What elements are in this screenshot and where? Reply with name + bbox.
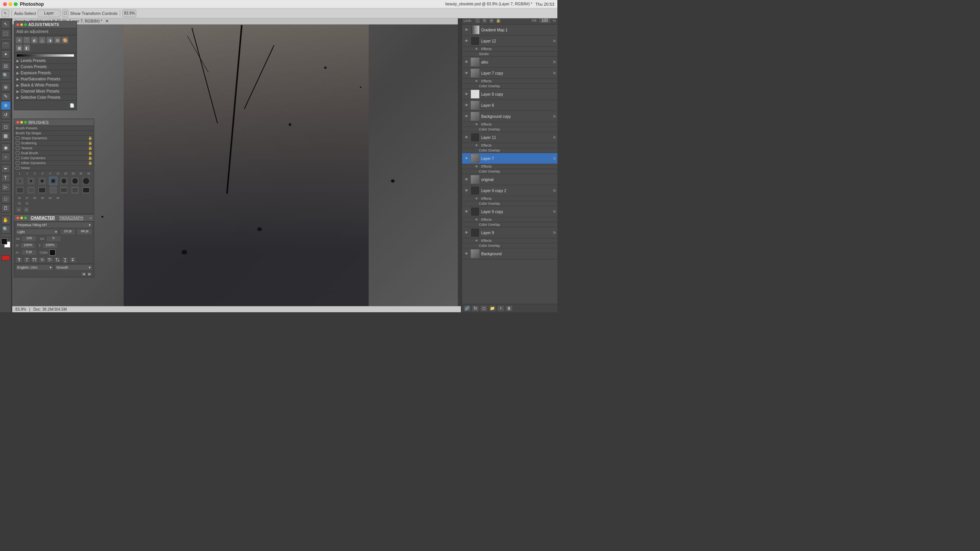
kerning-input[interactable]: 100 bbox=[21, 236, 37, 242]
layer-effect-7-0[interactable]: Color Overlay bbox=[462, 148, 557, 153]
default-colors[interactable] bbox=[2, 255, 10, 261]
scale-v-input[interactable]: 100% bbox=[42, 243, 58, 249]
brush-size-25[interactable]: 25 bbox=[70, 171, 77, 175]
brush-size-5[interactable]: 5 bbox=[39, 171, 46, 175]
brushes-title-bar[interactable]: BRUSHES bbox=[14, 119, 94, 126]
adj-colorize-icon[interactable]: 🎨 bbox=[62, 37, 69, 44]
shape-tool[interactable]: □ bbox=[1, 195, 10, 203]
lock-position-icon[interactable]: ✛ bbox=[489, 18, 494, 23]
blur-tool[interactable]: ◉ bbox=[1, 143, 10, 152]
brush-preview-10[interactable] bbox=[38, 186, 46, 194]
font-style-dropdown[interactable]: Light ▾ bbox=[16, 229, 59, 235]
new-layer-btn[interactable]: + bbox=[497, 305, 504, 311]
layer-visibility-6[interactable]: 👁 bbox=[464, 114, 469, 118]
char-nav-right[interactable]: ▶ bbox=[87, 272, 92, 276]
baseline-input[interactable]: 0 pt bbox=[21, 249, 37, 256]
adj-page-icon[interactable]: 📄 bbox=[69, 102, 75, 108]
effects-eye-1[interactable]: 👁 bbox=[475, 47, 480, 51]
adj-exposure-presets[interactable]: ▶ Exposure Presets bbox=[14, 70, 77, 76]
layer-item-10[interactable]: 👁Layer 9 copy 2fx bbox=[462, 185, 557, 196]
crop-tool[interactable]: ⊡ bbox=[1, 62, 10, 70]
layer-effects-header-10[interactable]: 👁Effects bbox=[462, 196, 557, 201]
zoom-tool[interactable]: 🔍 bbox=[1, 225, 10, 233]
brush-preview-11[interactable] bbox=[49, 186, 57, 194]
character-panel-menu[interactable]: ≡ bbox=[90, 216, 91, 220]
char-nav-left[interactable]: ◀ bbox=[81, 272, 86, 276]
adj-levels-presets[interactable]: ▶ Levels Presets bbox=[14, 58, 77, 64]
brush-preview-6[interactable] bbox=[71, 177, 79, 185]
layer-visibility-1[interactable]: 👁 bbox=[464, 39, 469, 43]
smallcaps-btn[interactable]: Tt bbox=[39, 257, 46, 263]
dual-brush-check[interactable] bbox=[16, 151, 20, 155]
effects-eye-8[interactable]: 👁 bbox=[475, 165, 480, 168]
adj-bw-presets[interactable]: ▶ Black & White Presets bbox=[14, 82, 77, 88]
layer-effects-header-1[interactable]: 👁Effects bbox=[462, 47, 557, 52]
brushes-min-btn[interactable] bbox=[20, 121, 23, 124]
brush-size-31[interactable]: 31 bbox=[23, 201, 31, 205]
canvas-close-tab[interactable]: ✕ bbox=[105, 19, 109, 24]
adj-channel-mixer-presets[interactable]: ▶ Channel Mixer Presets bbox=[14, 88, 77, 95]
hand-tool[interactable]: ✋ bbox=[1, 216, 10, 224]
adj-curves-icon[interactable]: ⌒ bbox=[23, 37, 30, 44]
layer-visibility-10[interactable]: 👁 bbox=[464, 189, 469, 192]
lock-all-icon[interactable]: 🔒 bbox=[496, 18, 501, 23]
other-dynamics-check[interactable] bbox=[16, 161, 20, 165]
marquee-tool[interactable]: ⬚ bbox=[1, 29, 10, 37]
layer-item-3[interactable]: 👁Layer 7 copyfx bbox=[462, 68, 557, 79]
brush-size-30[interactable]: 30 bbox=[31, 196, 38, 200]
adj-window-controls[interactable] bbox=[16, 23, 27, 26]
layer-item-4[interactable]: 👁Layer 8 copy bbox=[462, 89, 557, 100]
layer-visibility-5[interactable]: 👁 bbox=[464, 103, 469, 107]
brush-color-dynamics-option[interactable]: Color Dynamics 🔒 bbox=[14, 156, 94, 161]
layer-visibility-11[interactable]: 👁 bbox=[464, 210, 469, 214]
italic-btn[interactable]: T bbox=[23, 257, 30, 263]
auto-select-dropdown[interactable]: Layer bbox=[38, 10, 60, 17]
layer-item-6[interactable]: 👁Background copyfx bbox=[462, 111, 557, 122]
brush-preview-5[interactable] bbox=[60, 177, 68, 185]
bold-btn[interactable]: T bbox=[16, 257, 23, 263]
font-family-dropdown[interactable]: Perpetua Titling MT ▾ bbox=[16, 222, 92, 228]
char-min-btn[interactable] bbox=[20, 217, 23, 219]
add-link-btn[interactable]: 🔗 bbox=[464, 305, 470, 311]
effects-eye-10[interactable]: 👁 bbox=[475, 197, 480, 201]
fill-input[interactable]: 100 bbox=[539, 18, 551, 23]
brushes-window-controls[interactable] bbox=[16, 121, 27, 124]
magic-wand-tool[interactable]: ✦ bbox=[1, 50, 10, 59]
layer-visibility-7[interactable]: 👁 bbox=[464, 135, 469, 139]
texture-check[interactable] bbox=[16, 146, 20, 150]
lock-transparent-icon[interactable]: ⬚ bbox=[475, 18, 480, 23]
adjustments-title-bar[interactable]: ADJUSTMENTS bbox=[14, 21, 77, 28]
layer-visibility-8[interactable]: 👁 bbox=[464, 156, 469, 160]
layer-visibility-9[interactable]: 👁 bbox=[464, 178, 469, 181]
noise-check[interactable] bbox=[16, 166, 20, 170]
allcaps-btn[interactable]: TT bbox=[31, 257, 38, 263]
zoom-display[interactable]: 83.9% bbox=[122, 10, 136, 17]
adj-channel-icon[interactable]: ⊞ bbox=[54, 37, 61, 44]
effects-eye-12[interactable]: 👁 bbox=[475, 239, 480, 243]
eraser-tool[interactable]: ◻ bbox=[1, 122, 10, 131]
brushes-max-btn[interactable] bbox=[24, 121, 27, 124]
brush-size-32b[interactable]: 32 bbox=[16, 201, 23, 205]
adj-close-btn[interactable] bbox=[16, 23, 19, 26]
layer-item-2[interactable]: 👁aikofx bbox=[462, 57, 557, 68]
window-controls[interactable] bbox=[3, 2, 18, 6]
type-tool[interactable]: T bbox=[1, 174, 10, 182]
layer-item-12[interactable]: 👁Layer 9fx bbox=[462, 227, 557, 238]
layer-effects-header-12[interactable]: 👁Effects bbox=[462, 238, 557, 243]
effects-eye-11[interactable]: 👁 bbox=[475, 218, 480, 222]
adj-hsl-icon[interactable]: △ bbox=[39, 37, 46, 44]
font-size-input[interactable]: 10 pt bbox=[60, 229, 75, 235]
brush-size-24[interactable]: 24 bbox=[16, 196, 23, 200]
brush-preview-8[interactable] bbox=[16, 186, 24, 194]
brush-size-3[interactable]: 3 bbox=[31, 171, 38, 175]
character-window-controls[interactable] bbox=[16, 217, 27, 219]
add-mask-btn[interactable]: ◻ bbox=[480, 305, 487, 311]
layer-item-8[interactable]: 👁Layer 7fx bbox=[462, 153, 557, 164]
scale-h-input[interactable]: 100% bbox=[20, 243, 36, 249]
layer-item-11[interactable]: 👁Layer 9 copyfx bbox=[462, 206, 557, 217]
shape-dynamics-check[interactable] bbox=[16, 136, 20, 140]
brushes-close-btn[interactable] bbox=[16, 121, 19, 124]
brush-shape-dynamics-option[interactable]: Shape Dynamics 🔒 bbox=[14, 136, 94, 141]
layer-visibility-2[interactable]: 👁 bbox=[464, 60, 469, 64]
gradient-tool[interactable]: ▦ bbox=[1, 132, 10, 140]
